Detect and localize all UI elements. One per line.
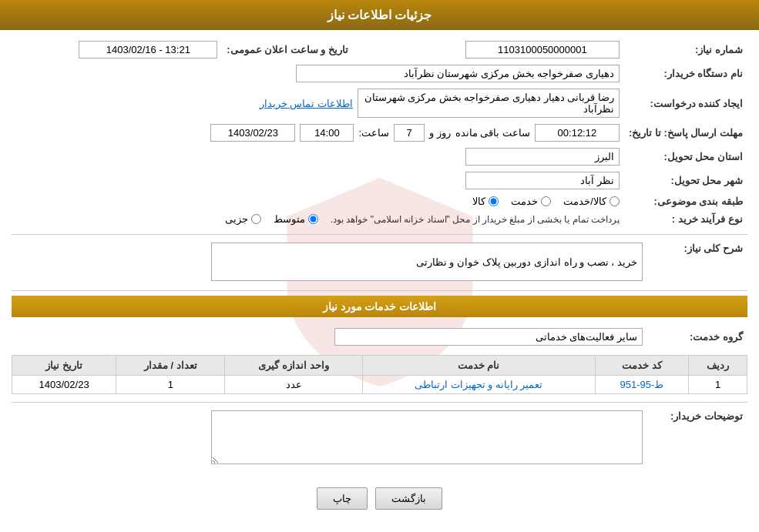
purchase-type-jozi-option[interactable]: جزیی — [225, 213, 261, 225]
days-input: 7 — [394, 124, 425, 142]
buyer-description-label: توضیحات خریدار: — [647, 407, 747, 470]
buyer-description-value-cell — [12, 407, 647, 470]
service-group-input: سایر فعالیت‌های خدماتی — [334, 328, 643, 346]
response-date-input: 1403/02/23 — [210, 124, 295, 142]
cell-unit: عدد — [225, 376, 362, 394]
creator-value-cell: رضا قربانی دهیار دهیاری صفرخواجه بخش مرک… — [12, 85, 624, 121]
summary-text: خرید ، نصب و راه اندازی دوربین پلاک خوان… — [416, 256, 637, 268]
cell-row-num: 1 — [689, 376, 747, 394]
summary-label: شرح کلی نیاز: — [647, 239, 747, 284]
creator-text: رضا قربانی دهیار دهیاری صفرخواجه بخش مرک… — [364, 92, 614, 115]
buyer-org-value-cell: دهیاری صفرخواجه بخش مرکزی شهرستان نظرآبا… — [12, 62, 624, 85]
category-kala-option[interactable]: کالا — [472, 196, 499, 207]
services-section-title: اطلاعات خدمات مورد نیاز — [12, 296, 747, 317]
divider-2 — [12, 290, 747, 291]
remaining-time-input: 00:12:12 — [535, 124, 620, 142]
contact-info-link[interactable]: اطلاعات تماس خریدار — [260, 98, 353, 109]
cell-name: تعمیر رایانه و تجهیزات ارتباطی — [362, 376, 595, 394]
purchase-type-note: پرداخت تمام یا بخشی از مبلغ خریدار از مح… — [331, 214, 620, 225]
col-header-code: کد خدمت — [595, 356, 689, 376]
response-deadline-label: مهلت ارسال پاسخ: تا تاریخ: — [624, 121, 747, 145]
purchase-type-value-cell: پرداخت تمام یا بخشی از مبلغ خریدار از مح… — [12, 210, 624, 228]
service-group-label: گروه خدمت: — [647, 325, 747, 349]
purchase-type-motavaset-option[interactable]: متوسط — [274, 213, 318, 225]
province-text: البرز — [595, 151, 614, 162]
col-header-unit: واحد اندازه گیری — [225, 356, 362, 376]
creator-input: رضا قربانی دهیار دهیاری صفرخواجه بخش مرک… — [358, 89, 620, 118]
remaining-label: ساعت باقی مانده — [455, 127, 530, 139]
category-kala-khedmat-radio[interactable] — [610, 196, 620, 206]
divider-1 — [12, 234, 747, 235]
days-text: 7 — [406, 127, 411, 139]
service-group-text: سایر فعالیت‌های خدماتی — [536, 331, 637, 343]
page-header: جزئیات اطلاعات نیاز — [0, 0, 759, 30]
table-row: 1 ط-95-951 تعمیر رایانه و تجهیزات ارتباط… — [12, 376, 747, 394]
province-input: البرز — [465, 148, 620, 166]
need-number-text: 1103100050000001 — [498, 44, 587, 55]
summary-input: خرید ، نصب و راه اندازی دوربین پلاک خوان… — [211, 243, 643, 281]
buyer-org-input: دهیاری صفرخواجه بخش مرکزی شهرستان نظرآبا… — [296, 65, 620, 82]
back-button[interactable]: بازگشت — [375, 487, 442, 510]
category-khedmat-radio[interactable] — [541, 196, 551, 206]
service-group-value-cell: سایر فعالیت‌های خدماتی — [12, 325, 647, 349]
header-title: جزئیات اطلاعات نیاز — [327, 8, 432, 22]
need-number-input: 1103100050000001 — [465, 41, 620, 59]
days-label: روز و — [429, 127, 451, 139]
purchase-type-label: نوع فرآیند خرید : — [624, 210, 747, 228]
services-table: ردیف کد خدمت نام خدمت واحد اندازه گیری ت… — [12, 355, 747, 394]
response-time-label: ساعت: — [358, 127, 389, 139]
purchase-type-motavaset-radio[interactable] — [308, 214, 318, 224]
response-time-input: 14:00 — [300, 124, 354, 142]
response-time-text: 14:00 — [314, 127, 340, 139]
col-header-row: ردیف — [689, 356, 747, 376]
category-value-cell: کالا/خدمت خدمت کالا — [12, 192, 624, 210]
need-number-label: شماره نیاز: — [624, 38, 747, 62]
cell-qty: 1 — [116, 376, 225, 394]
response-date-text: 1403/02/23 — [228, 127, 278, 139]
announce-datetime-input: 1403/02/16 - 13:21 — [79, 41, 217, 59]
announce-datetime-text: 1403/02/16 - 13:21 — [106, 44, 190, 55]
announce-datetime-value-cell: 1403/02/16 - 13:21 — [12, 38, 222, 62]
need-number-value-cell: 1103100050000001 — [391, 38, 624, 62]
divider-3 — [12, 402, 747, 403]
city-input: نظر آباد — [465, 172, 620, 189]
response-deadline-value-cell: 00:12:12 ساعت باقی مانده روز و 7 ساعت: 1… — [12, 121, 624, 145]
col-header-name: نام خدمت — [362, 356, 595, 376]
remaining-time-text: 00:12:12 — [558, 127, 597, 139]
creator-label: ایجاد کننده درخواست: — [624, 85, 747, 121]
col-header-date: تاریخ نیاز — [12, 356, 116, 376]
button-area: بازگشت چاپ — [12, 476, 747, 521]
province-value-cell: البرز — [12, 145, 624, 169]
category-kala-radio[interactable] — [489, 196, 499, 206]
cell-code: ط-95-951 — [595, 376, 689, 394]
announce-datetime-label: تاریخ و ساعت اعلان عمومی: — [222, 38, 353, 62]
city-value-cell: نظر آباد — [12, 169, 624, 192]
print-button[interactable]: چاپ — [317, 487, 368, 510]
category-kala-khedmat-option[interactable]: کالا/خدمت — [563, 196, 620, 207]
province-label: استان محل تحویل: — [624, 145, 747, 169]
city-label: شهر محل تحویل: — [624, 169, 747, 192]
buyer-org-text: دهیاری صفرخواجه بخش مرکزی شهرستان نظرآبا… — [404, 68, 614, 79]
buyer-org-label: نام دستگاه خریدار: — [624, 62, 747, 85]
buyer-description-textarea[interactable] — [211, 410, 643, 464]
summary-value-cell: خرید ، نصب و راه اندازی دوربین پلاک خوان… — [12, 239, 647, 284]
cell-date: 1403/02/23 — [12, 376, 116, 394]
category-label: طبقه بندی موضوعی: — [624, 192, 747, 210]
col-header-qty: تعداد / مقدار — [116, 356, 225, 376]
category-khedmat-option[interactable]: خدمت — [511, 196, 551, 207]
purchase-type-jozi-radio[interactable] — [251, 214, 261, 224]
city-text: نظر آباد — [580, 175, 614, 186]
